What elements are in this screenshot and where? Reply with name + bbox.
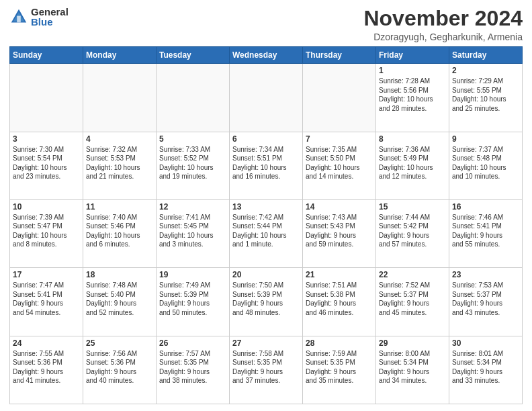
logo-general: General bbox=[31, 7, 69, 17]
calendar-day-cell: 21Sunrise: 7:51 AM Sunset: 5:38 PM Dayli… bbox=[303, 268, 376, 336]
logo-text: General Blue bbox=[31, 7, 69, 27]
day-info: Sunrise: 7:49 AM Sunset: 5:39 PM Dayligh… bbox=[159, 281, 226, 317]
day-info: Sunrise: 7:43 AM Sunset: 5:43 PM Dayligh… bbox=[306, 213, 373, 249]
day-number: 2 bbox=[452, 66, 519, 75]
day-info: Sunrise: 7:35 AM Sunset: 5:50 PM Dayligh… bbox=[306, 145, 373, 181]
day-number: 18 bbox=[86, 270, 153, 279]
day-number: 12 bbox=[159, 202, 226, 212]
day-info: Sunrise: 7:44 AM Sunset: 5:42 PM Dayligh… bbox=[379, 213, 446, 249]
day-info: Sunrise: 7:58 AM Sunset: 5:35 PM Dayligh… bbox=[232, 349, 300, 385]
calendar-day-cell: 30Sunrise: 8:01 AM Sunset: 5:34 PM Dayli… bbox=[449, 336, 523, 404]
day-info: Sunrise: 7:33 AM Sunset: 5:52 PM Dayligh… bbox=[159, 145, 226, 181]
calendar-day-cell bbox=[83, 64, 157, 132]
day-info: Sunrise: 7:28 AM Sunset: 5:56 PM Dayligh… bbox=[379, 77, 446, 113]
calendar-day-cell: 20Sunrise: 7:50 AM Sunset: 5:39 PM Dayli… bbox=[230, 268, 303, 336]
page: General Blue November 2024 Dzoragyugh, G… bbox=[0, 0, 532, 411]
day-number: 29 bbox=[379, 338, 446, 348]
day-number: 30 bbox=[452, 338, 519, 348]
calendar-day-cell: 7Sunrise: 7:35 AM Sunset: 5:50 PM Daylig… bbox=[303, 132, 376, 199]
day-number: 20 bbox=[232, 270, 300, 279]
weekday-header: Tuesday bbox=[157, 47, 230, 64]
calendar-day-cell: 19Sunrise: 7:49 AM Sunset: 5:39 PM Dayli… bbox=[157, 268, 230, 336]
day-number: 6 bbox=[232, 134, 300, 144]
calendar-day-cell: 10Sunrise: 7:39 AM Sunset: 5:47 PM Dayli… bbox=[10, 199, 83, 267]
day-number: 23 bbox=[452, 270, 519, 279]
day-info: Sunrise: 7:57 AM Sunset: 5:35 PM Dayligh… bbox=[159, 349, 226, 385]
day-number: 8 bbox=[379, 134, 446, 144]
day-number: 14 bbox=[306, 202, 373, 212]
weekday-header: Monday bbox=[83, 47, 157, 64]
weekday-header: Friday bbox=[376, 47, 449, 64]
day-number: 17 bbox=[13, 270, 80, 279]
calendar-day-cell: 29Sunrise: 8:00 AM Sunset: 5:34 PM Dayli… bbox=[376, 336, 449, 404]
day-info: Sunrise: 7:41 AM Sunset: 5:45 PM Dayligh… bbox=[159, 213, 226, 249]
day-number: 5 bbox=[159, 134, 226, 144]
calendar-day-cell: 26Sunrise: 7:57 AM Sunset: 5:35 PM Dayli… bbox=[157, 336, 230, 404]
calendar-day-cell: 23Sunrise: 7:53 AM Sunset: 5:37 PM Dayli… bbox=[449, 268, 523, 336]
calendar-header-row: SundayMondayTuesdayWednesdayThursdayFrid… bbox=[10, 47, 523, 64]
day-info: Sunrise: 8:00 AM Sunset: 5:34 PM Dayligh… bbox=[379, 349, 446, 385]
calendar-week-row: 24Sunrise: 7:55 AM Sunset: 5:36 PM Dayli… bbox=[10, 336, 523, 404]
calendar-day-cell: 6Sunrise: 7:34 AM Sunset: 5:51 PM Daylig… bbox=[230, 132, 303, 199]
calendar-day-cell: 17Sunrise: 7:47 AM Sunset: 5:41 PM Dayli… bbox=[10, 268, 83, 336]
calendar-day-cell: 8Sunrise: 7:36 AM Sunset: 5:49 PM Daylig… bbox=[376, 132, 449, 199]
day-info: Sunrise: 7:47 AM Sunset: 5:41 PM Dayligh… bbox=[13, 281, 80, 317]
day-number: 10 bbox=[13, 202, 80, 212]
title-area: November 2024 Dzoragyugh, Gegharkunik, A… bbox=[363, 7, 523, 42]
calendar-day-cell bbox=[303, 64, 376, 132]
calendar-day-cell: 5Sunrise: 7:33 AM Sunset: 5:52 PM Daylig… bbox=[157, 132, 230, 199]
calendar-day-cell: 24Sunrise: 7:55 AM Sunset: 5:36 PM Dayli… bbox=[10, 336, 83, 404]
calendar-week-row: 17Sunrise: 7:47 AM Sunset: 5:41 PM Dayli… bbox=[10, 268, 523, 336]
day-number: 3 bbox=[13, 134, 80, 144]
calendar-day-cell: 9Sunrise: 7:37 AM Sunset: 5:48 PM Daylig… bbox=[449, 132, 523, 199]
day-number: 25 bbox=[86, 338, 153, 348]
calendar-day-cell: 2Sunrise: 7:29 AM Sunset: 5:55 PM Daylig… bbox=[449, 64, 523, 132]
day-info: Sunrise: 7:59 AM Sunset: 5:35 PM Dayligh… bbox=[306, 349, 373, 385]
day-info: Sunrise: 7:56 AM Sunset: 5:36 PM Dayligh… bbox=[86, 349, 153, 385]
svg-rect-2 bbox=[17, 16, 21, 23]
day-info: Sunrise: 7:37 AM Sunset: 5:48 PM Dayligh… bbox=[452, 145, 519, 181]
day-info: Sunrise: 7:39 AM Sunset: 5:47 PM Dayligh… bbox=[13, 213, 80, 249]
day-info: Sunrise: 7:42 AM Sunset: 5:44 PM Dayligh… bbox=[232, 213, 300, 249]
calendar-day-cell: 1Sunrise: 7:28 AM Sunset: 5:56 PM Daylig… bbox=[376, 64, 449, 132]
weekday-header: Thursday bbox=[303, 47, 376, 64]
day-number: 13 bbox=[232, 202, 300, 212]
weekday-header: Sunday bbox=[10, 47, 83, 64]
day-info: Sunrise: 7:50 AM Sunset: 5:39 PM Dayligh… bbox=[232, 281, 300, 317]
day-info: Sunrise: 7:34 AM Sunset: 5:51 PM Dayligh… bbox=[232, 145, 300, 181]
day-number: 16 bbox=[452, 202, 519, 212]
day-info: Sunrise: 7:55 AM Sunset: 5:36 PM Dayligh… bbox=[13, 349, 80, 385]
calendar-week-row: 10Sunrise: 7:39 AM Sunset: 5:47 PM Dayli… bbox=[10, 199, 523, 267]
day-info: Sunrise: 7:32 AM Sunset: 5:53 PM Dayligh… bbox=[86, 145, 153, 181]
calendar-day-cell bbox=[157, 64, 230, 132]
day-info: Sunrise: 7:29 AM Sunset: 5:55 PM Dayligh… bbox=[452, 77, 519, 113]
calendar-day-cell: 25Sunrise: 7:56 AM Sunset: 5:36 PM Dayli… bbox=[83, 336, 157, 404]
calendar-day-cell: 22Sunrise: 7:52 AM Sunset: 5:37 PM Dayli… bbox=[376, 268, 449, 336]
day-info: Sunrise: 7:52 AM Sunset: 5:37 PM Dayligh… bbox=[379, 281, 446, 317]
month-title: November 2024 bbox=[363, 7, 523, 30]
calendar-day-cell bbox=[230, 64, 303, 132]
day-info: Sunrise: 8:01 AM Sunset: 5:34 PM Dayligh… bbox=[452, 349, 519, 385]
calendar-day-cell: 27Sunrise: 7:58 AM Sunset: 5:35 PM Dayli… bbox=[230, 336, 303, 404]
calendar-day-cell: 4Sunrise: 7:32 AM Sunset: 5:53 PM Daylig… bbox=[83, 132, 157, 199]
weekday-header: Wednesday bbox=[230, 47, 303, 64]
day-number: 1 bbox=[379, 66, 446, 75]
calendar-table: SundayMondayTuesdayWednesdayThursdayFrid… bbox=[9, 46, 523, 404]
header: General Blue November 2024 Dzoragyugh, G… bbox=[9, 7, 523, 42]
day-info: Sunrise: 7:53 AM Sunset: 5:37 PM Dayligh… bbox=[452, 281, 519, 317]
logo-icon bbox=[9, 7, 28, 26]
day-number: 7 bbox=[306, 134, 373, 144]
day-number: 22 bbox=[379, 270, 446, 279]
day-number: 4 bbox=[86, 134, 153, 144]
calendar-day-cell: 12Sunrise: 7:41 AM Sunset: 5:45 PM Dayli… bbox=[157, 199, 230, 267]
weekday-header: Saturday bbox=[449, 47, 523, 64]
day-number: 19 bbox=[159, 270, 226, 279]
calendar-day-cell: 28Sunrise: 7:59 AM Sunset: 5:35 PM Dayli… bbox=[303, 336, 376, 404]
day-number: 11 bbox=[86, 202, 153, 212]
calendar-week-row: 3Sunrise: 7:30 AM Sunset: 5:54 PM Daylig… bbox=[10, 132, 523, 199]
day-number: 26 bbox=[159, 338, 226, 348]
day-info: Sunrise: 7:36 AM Sunset: 5:49 PM Dayligh… bbox=[379, 145, 446, 181]
calendar-day-cell: 18Sunrise: 7:48 AM Sunset: 5:40 PM Dayli… bbox=[83, 268, 157, 336]
day-info: Sunrise: 7:40 AM Sunset: 5:46 PM Dayligh… bbox=[86, 213, 153, 249]
calendar-day-cell: 16Sunrise: 7:46 AM Sunset: 5:41 PM Dayli… bbox=[449, 199, 523, 267]
